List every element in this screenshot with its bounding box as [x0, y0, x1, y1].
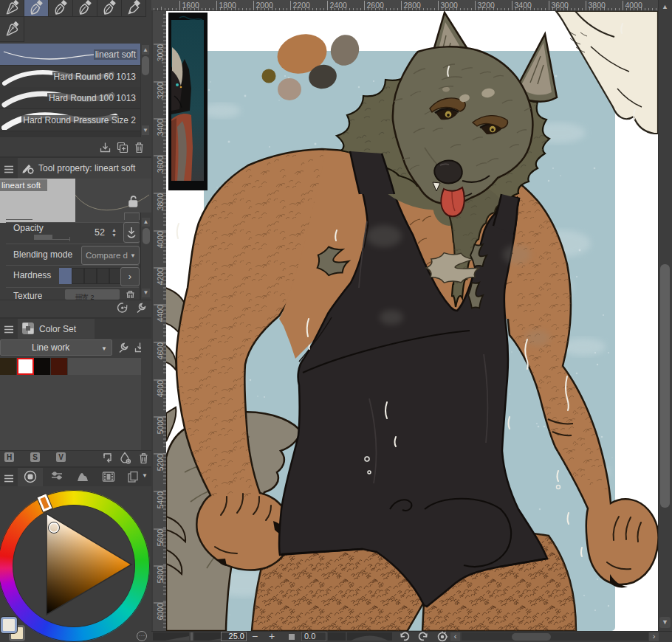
- svg-text:3600: 3600: [552, 1, 569, 10]
- svg-text:3200: 3200: [478, 1, 496, 10]
- svg-text:5200: 5200: [156, 454, 165, 472]
- svg-text:2200: 2200: [293, 1, 311, 10]
- svg-text:3400: 3400: [515, 1, 532, 10]
- svg-text:5800: 5800: [156, 566, 165, 584]
- svg-text:3000: 3000: [441, 1, 459, 10]
- svg-text:3400: 3400: [156, 119, 165, 137]
- svg-text:5600: 5600: [156, 529, 165, 547]
- svg-text:2600: 2600: [367, 1, 385, 10]
- svg-text:2000: 2000: [256, 1, 274, 10]
- svg-text:5000: 5000: [156, 417, 165, 435]
- svg-text:4200: 4200: [156, 268, 165, 286]
- svg-text:3800: 3800: [589, 1, 606, 10]
- svg-text:2400: 2400: [330, 1, 348, 10]
- svg-text:3200: 3200: [156, 82, 165, 100]
- svg-text:4800: 4800: [156, 380, 165, 398]
- svg-text:4000: 4000: [156, 231, 165, 249]
- svg-text:1800: 1800: [219, 1, 237, 10]
- svg-text:1600: 1600: [182, 1, 200, 10]
- svg-text:4400: 4400: [156, 305, 165, 322]
- svg-text:4600: 4600: [156, 342, 165, 360]
- svg-text:4000: 4000: [625, 1, 643, 10]
- svg-text:3600: 3600: [156, 156, 165, 173]
- svg-text:3800: 3800: [156, 193, 165, 211]
- svg-text:3000: 3000: [156, 44, 165, 62]
- svg-text:2800: 2800: [404, 1, 422, 10]
- svg-text:6000: 6000: [156, 603, 165, 621]
- svg-text:5400: 5400: [156, 491, 165, 509]
